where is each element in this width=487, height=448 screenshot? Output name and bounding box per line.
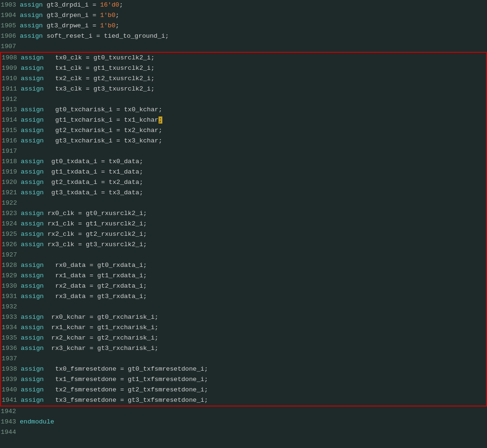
line-content: assign rx2_data = gt2_rxdata_i;	[21, 281, 486, 291]
line-number: 1919	[1, 167, 21, 177]
line-number: 1944	[0, 427, 20, 438]
line-content: assign tx0_fsmresetdone = gt0_txfsmreset…	[21, 364, 486, 374]
line-number: 1943	[0, 417, 20, 427]
line-content: assign rx0_kchar = gt0_rxcharisk_i;	[21, 312, 486, 323]
code-line-1921: 1921 assign gt3_txdata_i = tx3_data;	[1, 188, 486, 198]
line-content: assign rx3_clk = gt3_rxusrclk2_i;	[21, 240, 486, 250]
line-number: 1942	[0, 407, 20, 417]
code-line-1916: 1916 assign gt3_txcharisk_i = tx3_kchar;	[1, 136, 486, 146]
code-line-1930: 1930 assign rx2_data = gt2_rxdata_i;	[1, 281, 486, 291]
code-line-1913: 1913 assign gt0_txcharisk_i = tx0_kchar;	[1, 105, 486, 115]
line-content: assign tx3_clk = gt3_txusrclk2_i;	[21, 84, 486, 94]
code-line-1939: 1939 assign tx1_fsmresetdone = gt1_txfsm…	[1, 374, 486, 385]
line-content: assign gt2_txdata_i = tx2_data;	[21, 177, 486, 188]
code-line-1928: 1928 assign rx0_data = gt0_rxdata_i;	[1, 260, 486, 271]
line-content: assign rx2_clk = gt2_rxusrclk2_i;	[21, 229, 486, 240]
code-line-1919: 1919 assign gt1_txdata_i = tx1_data;	[1, 167, 486, 177]
line-number: 1910	[1, 74, 21, 84]
line-number: 1933	[1, 312, 21, 323]
code-line-1925: 1925 assign rx2_clk = gt2_rxusrclk2_i;	[1, 229, 486, 240]
line-number: 1934	[1, 323, 21, 333]
line-content: assign gt1_txdata_i = tx1_data;	[21, 167, 486, 177]
line-number: 1935	[1, 333, 21, 343]
code-line-1944: 1944	[0, 427, 487, 438]
line-content: assign tx3_fsmresetdone = gt3_txfsmreset…	[21, 395, 486, 406]
line-number: 1922	[1, 198, 21, 208]
line-content: assign gt3_drpdi_i = 16'd0;	[20, 0, 487, 10]
line-number: 1911	[1, 84, 21, 94]
line-number: 1931	[1, 291, 21, 302]
line-content: assign rx1_clk = gt1_rxusrclk2_i;	[21, 219, 486, 229]
line-number: 1907	[0, 41, 20, 52]
code-line-1942: 1942	[0, 407, 487, 417]
line-number: 1909	[1, 63, 21, 74]
code-line-1931: 1931 assign rx3_data = gt3_rxdata_i;	[1, 291, 486, 302]
line-content: assign tx2_fsmresetdone = gt2_txfsmreset…	[21, 385, 486, 395]
line-content: assign gt3_drpen_i = 1'b0;	[20, 10, 487, 21]
code-line-1905: 1905 assign gt3_drpwe_i = 1'b0;	[0, 21, 487, 31]
line-content: assign tx2_clk = gt2_txusrclk2_i;	[21, 74, 486, 84]
code-line-1915: 1915 assign gt2_txcharisk_i = tx2_kchar;	[1, 125, 486, 136]
line-content: assign rx3_data = gt3_rxdata_i;	[21, 291, 486, 302]
line-number: 1903	[0, 0, 20, 10]
line-number: 1918	[1, 157, 21, 167]
line-content: assign rx0_clk = gt0_rxusrclk2_i;	[21, 208, 486, 219]
line-content: assign tx0_clk = gt0_txusrclk2_i;	[21, 53, 486, 63]
highlighted-block: 1908 assign tx0_clk = gt0_txusrclk2_i; 1…	[0, 52, 487, 407]
line-number: 1917	[1, 146, 21, 157]
line-content: assign gt1_txcharisk_i = tx1_kchar;	[21, 115, 486, 125]
line-number: 1938	[1, 364, 21, 374]
code-line-1909: 1909 assign tx1_clk = gt1_txusrclk2_i;	[1, 63, 486, 74]
code-line-1922: 1922	[1, 198, 486, 208]
code-line-1924: 1924 assign rx1_clk = gt1_rxusrclk2_i;	[1, 219, 486, 229]
line-content: assign gt0_txcharisk_i = tx0_kchar;	[21, 105, 486, 115]
line-number: 1939	[1, 374, 21, 385]
line-content: assign gt3_txdata_i = tx3_data;	[21, 188, 486, 198]
line-number: 1927	[1, 250, 21, 260]
line-number: 1930	[1, 281, 21, 291]
code-line-1943: 1943 endmodule	[0, 417, 487, 427]
line-number: 1928	[1, 260, 21, 271]
code-line-1912: 1912	[1, 94, 486, 105]
line-number: 1924	[1, 219, 21, 229]
line-number: 1914	[1, 115, 21, 125]
line-content: assign tx1_clk = gt1_txusrclk2_i;	[21, 63, 486, 74]
line-number: 1915	[1, 125, 21, 136]
line-number: 1912	[1, 94, 21, 105]
code-line-1927: 1927	[1, 250, 486, 260]
code-line-1920: 1920 assign gt2_txdata_i = tx2_data;	[1, 177, 486, 188]
code-line-1923: 1923 assign rx0_clk = gt0_rxusrclk2_i;	[1, 208, 486, 219]
line-content: assign rx1_data = gt1_rxdata_i;	[21, 271, 486, 281]
line-number: 1929	[1, 271, 21, 281]
code-line-1908: 1908 assign tx0_clk = gt0_txusrclk2_i;	[1, 53, 486, 63]
code-line-1911: 1911 assign tx3_clk = gt3_txusrclk2_i;	[1, 84, 486, 94]
line-number: 1937	[1, 354, 21, 364]
line-number: 1904	[0, 10, 20, 21]
line-number: 1936	[1, 343, 21, 354]
line-content: assign gt0_txdata_i = tx0_data;	[21, 157, 486, 167]
line-number: 1925	[1, 229, 21, 240]
line-content: assign tx1_fsmresetdone = gt1_txfsmreset…	[21, 374, 486, 385]
line-number: 1905	[0, 21, 20, 31]
code-line-1907: 1907	[0, 41, 487, 52]
code-line-1936: 1936 assign rx3_kchar = gt3_rxcharisk_i;	[1, 343, 486, 354]
line-content: assign rx2_kchar = gt2_rxcharisk_i;	[21, 333, 486, 343]
line-content: assign rx3_kchar = gt3_rxcharisk_i;	[21, 343, 486, 354]
code-editor: 1903 assign gt3_drpdi_i = 16'd0; 1904 as…	[0, 0, 487, 438]
code-line-1914: 1914 assign gt1_txcharisk_i = tx1_kchar;	[1, 115, 486, 125]
code-line-1904: 1904 assign gt3_drpen_i = 1'b0;	[0, 10, 487, 21]
line-content: assign rx1_kchar = gt1_rxcharisk_i;	[21, 323, 486, 333]
code-line-1937: 1937	[1, 354, 486, 364]
line-number: 1923	[1, 208, 21, 219]
code-line-1906: 1906 assign soft_reset_i = tied_to_groun…	[0, 31, 487, 41]
line-number: 1941	[1, 395, 21, 406]
line-content: assign gt2_txcharisk_i = tx2_kchar;	[21, 125, 486, 136]
line-number: 1906	[0, 31, 20, 41]
code-line-1938: 1938 assign tx0_fsmresetdone = gt0_txfsm…	[1, 364, 486, 374]
code-line-1918: 1918 assign gt0_txdata_i = tx0_data;	[1, 157, 486, 167]
code-line-1940: 1940 assign tx2_fsmresetdone = gt2_txfsm…	[1, 385, 486, 395]
code-line-1917: 1917	[1, 146, 486, 157]
code-line-1934: 1934 assign rx1_kchar = gt1_rxcharisk_i;	[1, 323, 486, 333]
line-number: 1913	[1, 105, 21, 115]
code-line-1932: 1932	[1, 302, 486, 312]
